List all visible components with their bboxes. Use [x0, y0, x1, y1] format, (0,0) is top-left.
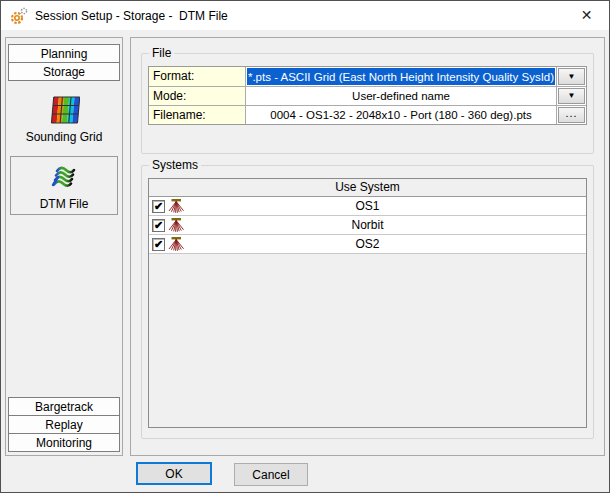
system-name: Norbit: [149, 218, 586, 232]
mode-select[interactable]: User-defined name: [246, 87, 556, 105]
filename-row: Filename: 0004 - OS1-32 - 2048x10 - Port…: [149, 105, 586, 124]
ok-button[interactable]: OK: [136, 462, 212, 485]
filename-field[interactable]: 0004 - OS1-32 - 2048x10 - Port (180 - 36…: [246, 106, 556, 124]
system-name: OS2: [149, 237, 586, 251]
mode-row: Mode: User-defined name ▼: [149, 86, 586, 105]
chevron-down-icon[interactable]: ▼: [558, 68, 585, 85]
browse-button-cell: ...: [556, 106, 586, 124]
mode-label: Mode:: [149, 87, 246, 105]
sidebar-item-storage[interactable]: Storage: [8, 62, 120, 81]
sidebar-item-replay[interactable]: Replay: [8, 415, 120, 434]
sidebar-bottom-group: Bargetrack Replay Monitoring: [6, 397, 122, 455]
window-title: Session Setup - Storage - DTM File: [35, 9, 228, 23]
systems-table: Use System ✔ OS1: [148, 178, 587, 428]
file-group: File Format: *.pts - ASCII Grid (East No…: [141, 46, 594, 154]
use-system-header: Use System: [149, 179, 586, 197]
systems-group: Systems Use System ✔ OS1: [141, 158, 594, 439]
format-row: Format: *.pts - ASCII Grid (East North H…: [149, 67, 586, 86]
sidebar-item-monitoring[interactable]: Monitoring: [8, 433, 120, 452]
sidebar-item-planning[interactable]: Planning: [8, 44, 120, 63]
system-name: OS1: [149, 199, 586, 213]
filename-label: Filename:: [149, 106, 246, 124]
gears-icon: [9, 6, 29, 26]
chevron-down-icon[interactable]: ▼: [558, 88, 585, 104]
sidebar-item-sounding-grid[interactable]: Sounding Grid: [10, 89, 118, 148]
sidebar-item-label: Sounding Grid: [26, 130, 103, 144]
file-group-title: File: [149, 46, 174, 60]
format-dropdown-cell: ▼: [556, 67, 586, 86]
sidebar-item-dtm-file[interactable]: DTM File: [10, 156, 118, 215]
sidebar-item-bargetrack[interactable]: Bargetrack: [8, 397, 120, 416]
sidebar-item-label: DTM File: [40, 197, 89, 211]
file-table: Format: *.pts - ASCII Grid (East North H…: [148, 66, 587, 125]
cancel-button[interactable]: Cancel: [234, 463, 308, 486]
titlebar: Session Setup - Storage - DTM File ✕: [1, 1, 609, 30]
table-row-os2[interactable]: ✔ OS2: [149, 235, 586, 254]
mode-dropdown-cell: ▼: [556, 87, 586, 105]
wavy-lines-icon: [48, 161, 80, 193]
table-row-norbit[interactable]: ✔ Norbit: [149, 216, 586, 235]
format-label: Format:: [149, 67, 246, 86]
format-select[interactable]: *.pts - ASCII Grid (East North Height In…: [246, 67, 556, 86]
sidebar: Planning Storage Sounding Grid: [5, 37, 123, 456]
color-grid-icon: [48, 94, 80, 126]
table-row-os1[interactable]: ✔ OS1: [149, 197, 586, 216]
session-setup-dialog: Session Setup - Storage - DTM File ✕ Pla…: [0, 0, 610, 493]
close-icon[interactable]: ✕: [564, 1, 609, 29]
browse-button[interactable]: ...: [558, 107, 585, 123]
main-panel: File Format: *.pts - ASCII Grid (East No…: [130, 37, 605, 456]
systems-group-title: Systems: [149, 158, 201, 172]
